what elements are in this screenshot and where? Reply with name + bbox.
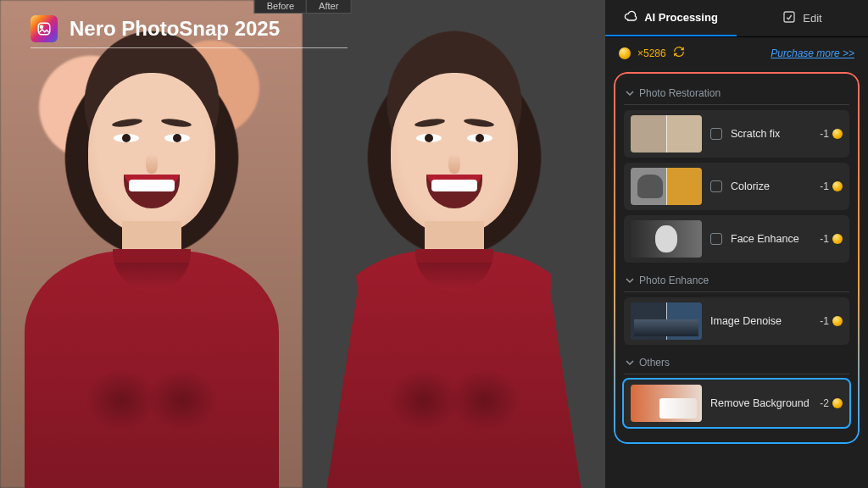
credit-bar: ×5286 Purchase more >>: [605, 37, 868, 69]
before-image: [0, 0, 303, 488]
tab-ai-processing[interactable]: AI Processing: [605, 0, 737, 36]
tool-colorize[interactable]: Colorize -1: [624, 163, 849, 210]
compare-toggle[interactable]: Before After: [254, 0, 352, 14]
tab-edit[interactable]: Edit: [737, 0, 868, 36]
app-title: Nero PhotoSnap 2025: [70, 17, 280, 41]
tool-label: Face Enhance: [731, 233, 811, 245]
tool-image-denoise[interactable]: Image Denoise -1: [624, 297, 849, 345]
svg-rect-2: [784, 12, 794, 22]
section-enhance-header[interactable]: Photo Enhance: [620, 268, 853, 291]
compare-canvas: Before After Nero PhotoSnap 2025: [0, 0, 605, 488]
compare-after-label[interactable]: After: [306, 0, 351, 14]
section-others-label: Others: [639, 357, 670, 369]
tool-label: Colorize: [731, 180, 811, 192]
chevron-down-icon: [626, 89, 634, 97]
tool-thumb: [631, 115, 702, 152]
tool-checkbox[interactable]: [710, 128, 722, 140]
tool-cost: -1: [820, 128, 843, 140]
tool-thumb: [631, 302, 702, 340]
tool-thumb: [631, 385, 702, 422]
coin-icon: [619, 47, 631, 59]
tool-thumb: [631, 168, 702, 205]
app-title-bar: Nero PhotoSnap 2025: [31, 15, 348, 48]
tool-thumb: [631, 220, 702, 258]
tool-face-enhance[interactable]: Face Enhance -1: [624, 215, 849, 263]
chevron-down-icon: [626, 276, 634, 285]
tool-checkbox[interactable]: [710, 180, 722, 192]
purchase-more-link[interactable]: Purchase more >>: [771, 47, 854, 59]
coin-icon: [832, 181, 843, 191]
tool-cost: -1: [820, 180, 843, 192]
svg-rect-0: [38, 23, 50, 35]
app-logo-icon: [31, 15, 58, 42]
tool-cost: -1: [820, 315, 843, 327]
tools-container: Photo Restoration Scratch fix -1 Coloriz…: [614, 72, 860, 444]
tool-remove-background[interactable]: Remove Background -2: [624, 380, 849, 427]
section-restoration-label: Photo Restoration: [639, 87, 721, 99]
tab-edit-label: Edit: [803, 12, 821, 25]
coin-icon: [832, 316, 843, 326]
tool-scratch-fix[interactable]: Scratch fix -1: [624, 110, 849, 158]
tool-label: Image Denoise: [710, 315, 811, 327]
section-others-header[interactable]: Others: [620, 350, 853, 374]
refresh-credits-button[interactable]: [673, 46, 685, 60]
tool-cost: -1: [820, 233, 843, 245]
chevron-down-icon: [626, 358, 634, 367]
section-enhance-label: Photo Enhance: [639, 274, 709, 286]
coin-icon: [832, 234, 843, 244]
coin-icon: [832, 129, 843, 139]
compare-before-label[interactable]: Before: [254, 0, 306, 14]
after-image: [303, 0, 605, 488]
tool-checkbox[interactable]: [710, 233, 722, 245]
coin-icon: [832, 398, 843, 408]
tab-ai-label: AI Processing: [644, 11, 718, 24]
edit-icon: [782, 10, 796, 26]
tool-cost: -2: [820, 397, 843, 409]
panel-tabs: AI Processing Edit: [605, 0, 868, 37]
svg-point-1: [41, 25, 43, 28]
section-restoration-header[interactable]: Photo Restoration: [620, 80, 853, 104]
tool-label: Remove Background: [710, 397, 811, 409]
tool-label: Scratch fix: [731, 128, 811, 140]
cloud-icon: [624, 9, 637, 25]
side-panel: AI Processing Edit ×5286 Purchase more >…: [605, 0, 868, 488]
credit-amount: ×5286: [637, 47, 666, 59]
